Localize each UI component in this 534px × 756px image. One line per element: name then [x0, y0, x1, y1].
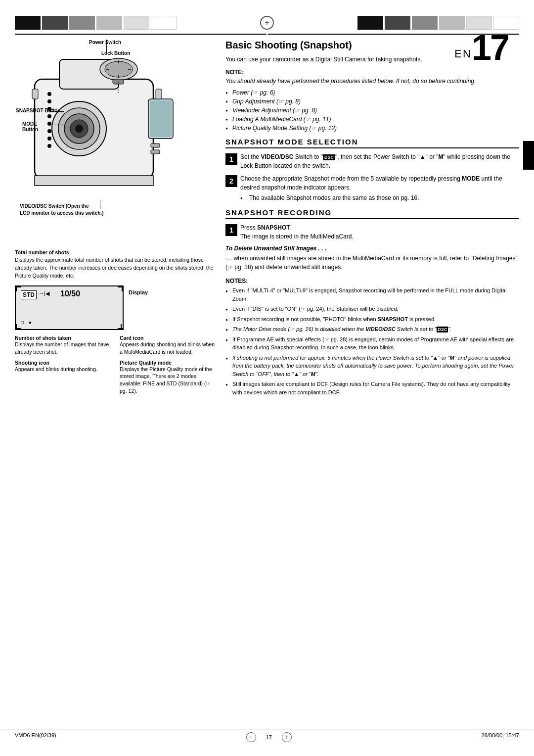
footer-center-area: + 17 + [246, 732, 292, 742]
svg-rect-16 [35, 176, 153, 186]
bar-block-4 [96, 16, 122, 30]
bar-block-3 [69, 16, 95, 30]
step2-bullet: ● The available Snapshot modes are the s… [240, 193, 519, 202]
shooting-icon-title: Shooting icon [15, 360, 113, 366]
main-content: Power Switch Lock Button [0, 40, 534, 398]
svg-point-28 [47, 137, 51, 141]
snapshot-mode-section: SNAPSHOT MODE SELECTION 1 Set the VIDEO/… [225, 138, 519, 202]
delete-section: To Delete Unwanted Still Images . . . ..… [225, 245, 519, 272]
note-label: NOTE: [225, 69, 519, 76]
bar-block-2 [42, 16, 68, 30]
card-icon-block: Card icon Appears during shooting and bl… [120, 335, 218, 355]
svg-point-29 [47, 144, 51, 148]
svg-point-23 [47, 99, 51, 103]
screen-mockup: STD →|◀ 10/50 □ ● [15, 285, 124, 330]
note-bullet-2: ●Grip Adjustment (☞ pg. 8) [225, 97, 519, 106]
center-crosshair-area: + [203, 16, 331, 30]
mode-button-label: MODE Button [22, 121, 38, 132]
note-bullet-3: ●Viewfinder Adjustment (☞ pg. 8) [225, 106, 519, 115]
snapshot-label-line [49, 111, 64, 112]
black-tab [523, 141, 534, 170]
svg-point-22 [47, 92, 51, 96]
snapshot-mode-title: SNAPSHOT MODE SELECTION [225, 138, 519, 148]
bar-block-5 [124, 16, 149, 30]
snapshot-button-label: SNAPSHOT Button [16, 108, 61, 113]
recording-step1: 1 Press SNAPSHOT. The image is stored in… [225, 223, 519, 241]
video-dsc-line [100, 200, 100, 209]
notes-item-7: ● Still images taken are compliant to DC… [225, 380, 519, 396]
footer: VMD6 EN(02/39) + 17 + 28/08/00, 15:47 [0, 729, 534, 742]
svg-point-27 [47, 129, 51, 133]
recording-step1-number: 1 [225, 224, 237, 236]
notes-item-5: ● If Programme AE with special effects (… [225, 335, 519, 352]
notes-item-6: ● If shooting is not performed for appro… [225, 354, 519, 378]
notes-item-1: ● Even if "MULTI-4" or "MULTI-9" is enga… [225, 286, 519, 303]
display-diagram-area: STD →|◀ 10/50 □ ● Display [15, 285, 218, 330]
footer-left: VMD6 EN(02/39) [15, 732, 56, 742]
picture-quality-block: Picture Quality mode Displays the Pictur… [120, 360, 218, 395]
shooting-icon-display: ● [29, 320, 32, 325]
shot-indicator: →|◀ [39, 290, 49, 297]
note-bullet-1: ●Power (☞ pg. 6) [225, 88, 519, 97]
svg-point-26 [47, 122, 51, 126]
shots-taken-block: Number of shots taken Displays the numbe… [15, 335, 113, 355]
footer-page-num: 17 [266, 734, 272, 740]
step1-text: Set the VIDEO/DSC Switch to "DSC", then … [240, 152, 519, 170]
camera-diagram: Power Switch Lock Button [15, 40, 208, 247]
notes-item-3: ● If Snapshot recording is not possible,… [225, 315, 519, 324]
card-icon-desc: Appears during shooting and blinks when … [120, 341, 218, 355]
display-label: Display [129, 289, 148, 295]
notes-item-4: ● The Motor Drive mode (☞ pg. 16) is dis… [225, 325, 519, 333]
shot-number: 10/50 [60, 289, 80, 298]
shooting-icon-desc: Appears and blinks during shooting. [15, 366, 113, 373]
shooting-icon-block: Shooting icon Appears and blinks during … [15, 360, 113, 395]
card-icon-display: □ [21, 320, 24, 325]
svg-rect-18 [156, 89, 162, 99]
picture-quality-title: Picture Quality mode [120, 360, 218, 366]
note-section: NOTE: You should already have performed … [225, 69, 519, 133]
step2-number: 2 [225, 175, 237, 187]
note-italic-text: You should already have performed the pr… [225, 77, 519, 86]
left-column: Power Switch Lock Button [15, 40, 218, 398]
right-column: Basic Shooting (Snapshot) You can use yo… [225, 40, 519, 398]
total-shots-desc: Displays the approximate total number of… [15, 256, 218, 280]
bar-block-6 [151, 16, 177, 30]
svg-rect-20 [151, 150, 160, 154]
recording-step1-text: Press SNAPSHOT. The image is stored in t… [240, 223, 354, 241]
step2: 2 Choose the appropriate Snapshot mode f… [225, 174, 519, 202]
note-bullets-list: ●Power (☞ pg. 6) ●Grip Adjustment (☞ pg.… [225, 88, 519, 133]
snapshot-recording-title: SNAPSHOT RECORDING [225, 208, 519, 219]
notes-list: ● Even if "MULTI-4" or "MULTI-9" is enga… [225, 286, 519, 396]
power-switch-label: Power Switch [89, 40, 121, 45]
card-icon-title: Card icon [120, 335, 218, 341]
page-number-area: EN17 [454, 30, 508, 65]
thin-lines [15, 34, 519, 35]
bar-block-r1 [357, 16, 383, 30]
footer-right: 28/08/00, 15:47 [482, 732, 519, 742]
svg-rect-17 [32, 89, 38, 99]
step2-text: Choose the appropriate Snapshot mode fro… [240, 174, 519, 202]
delete-heading: To Delete Unwanted Still Images . . . [225, 245, 519, 252]
snapshot-recording-section: SNAPSHOT RECORDING 1 Press SNAPSHOT. The… [225, 208, 519, 272]
shots-taken-desc: Displays the number of images that have … [15, 341, 113, 355]
svg-rect-15 [150, 100, 172, 137]
std-label: STD [21, 290, 37, 299]
bar-block-r3 [412, 16, 438, 30]
step1: 1 Set the VIDEO/DSC Switch to "DSC", the… [225, 152, 519, 170]
top-bar-left [15, 16, 203, 30]
mode-label-line [54, 125, 65, 125]
bar-block-1 [15, 16, 41, 30]
footer-crosshair-right: + [282, 732, 292, 742]
notes-label: NOTES: [225, 278, 519, 284]
note-bullet-4: ●Loading A MultiMediaCard (☞ pg. 11) [225, 115, 519, 124]
svg-point-25 [47, 114, 51, 118]
note-bullet-5: ●Picture Quality Mode Setting (☞ pg. 12) [225, 124, 519, 133]
notes-section: NOTES: ● Even if "MULTI-4" or "MULTI-9" … [225, 278, 519, 396]
bar-block-r2 [385, 16, 410, 30]
delete-text: .... when unwanted still images are stor… [225, 254, 519, 272]
camera-svg [20, 49, 178, 208]
svg-point-5 [75, 125, 83, 133]
shots-taken-title: Number of shots taken [15, 335, 113, 341]
page-number: 17 [472, 28, 508, 67]
svg-rect-19 [151, 143, 160, 147]
